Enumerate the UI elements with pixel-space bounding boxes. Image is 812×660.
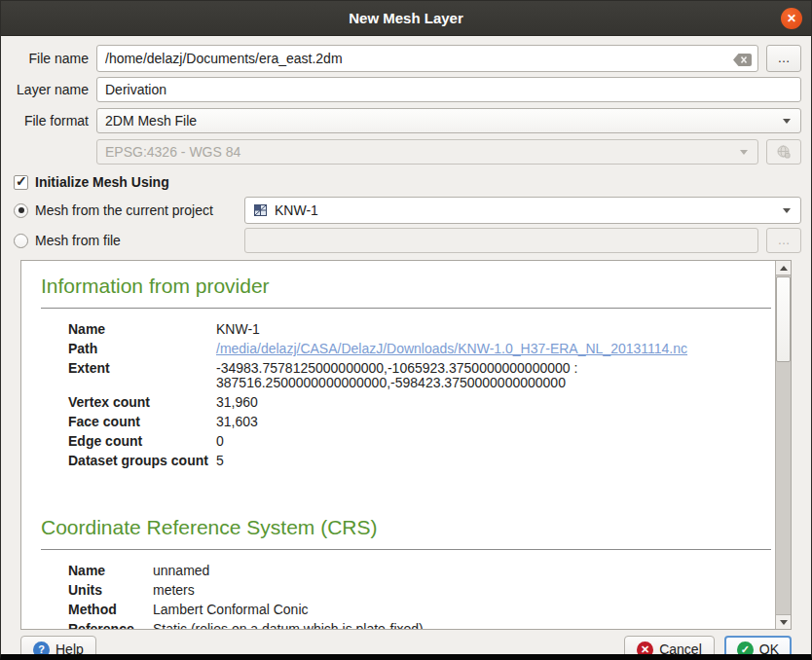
initialize-mesh-label: Initialize Mesh Using (35, 174, 169, 190)
dialog-body: File name … Layer name File format (1, 36, 811, 660)
table-row: Units meters (68, 583, 771, 598)
mesh-from-file-left: Mesh from file (11, 233, 244, 248)
file-format-combo[interactable]: 2DM Mesh File (96, 108, 801, 133)
path-link[interactable]: /media/delazj/CASA/DelazJ/Downloads/KNW-… (216, 342, 687, 356)
crs-select-button (766, 139, 801, 165)
table-row: Extent -34983.7578125000000000,-1065923.… (68, 361, 771, 390)
mesh-file-input (244, 228, 758, 253)
file-name-row: File name … (11, 45, 801, 72)
table-row: Face count 31,603 (68, 415, 771, 429)
crs-combo: EPSG:4326 - WGS 84 (96, 139, 758, 165)
ok-button[interactable]: ✓ OK (724, 636, 792, 660)
table-row: Reference Static (relies on a datum whic… (68, 622, 771, 629)
ok-button-label: OK (759, 642, 779, 657)
scrollbar-thumb[interactable] (776, 276, 791, 362)
row-label: Name (68, 564, 153, 578)
ok-icon: ✓ (737, 642, 754, 658)
help-button-label: Help (55, 642, 84, 657)
table-row: Vertex count 31,960 (68, 395, 771, 410)
mesh-from-file-radio[interactable] (14, 234, 28, 248)
crs-info-table: Name unnamed Units meters Method Lambert… (68, 564, 771, 629)
new-mesh-layer-dialog: New Mesh Layer ✕ File name … Layer name (0, 0, 812, 660)
cancel-button[interactable]: ✕ Cancel (624, 636, 715, 660)
row-label: Extent (68, 361, 216, 390)
row-label: Face count (68, 415, 216, 429)
file-format-label: File format (11, 113, 89, 128)
layer-name-input-wrap (96, 77, 801, 102)
file-format-value: 2DM Mesh File (105, 113, 777, 128)
table-row: Name unnamed (68, 564, 771, 578)
file-name-input-wrap (96, 45, 758, 72)
table-row: Method Lambert Conformal Conic (68, 603, 771, 617)
row-label: Units (68, 583, 153, 598)
file-format-row: File format 2DM Mesh File (11, 108, 801, 133)
row-label: Path (68, 342, 216, 356)
initialize-mesh-row: ✓ Initialize Mesh Using (14, 173, 801, 191)
mesh-from-file-row: Mesh from file … (11, 228, 801, 253)
cancel-icon: ✕ (637, 642, 653, 658)
mesh-layer-icon (253, 202, 269, 218)
section-divider (41, 308, 771, 309)
globe-icon (776, 144, 792, 160)
row-value: 5 (216, 454, 224, 468)
layer-name-row: Layer name (11, 77, 801, 102)
row-value: 0 (216, 434, 224, 449)
row-value: -34983.7578125000000000,-1065923.3750000… (216, 361, 761, 390)
file-name-label: File name (11, 51, 89, 66)
chevron-down-icon (783, 119, 791, 124)
row-label: Name (68, 322, 216, 337)
section-gap (41, 473, 771, 510)
mesh-file-browse-button: … (766, 228, 801, 253)
row-label: Reference (68, 622, 153, 629)
initialize-mesh-checkbox[interactable]: ✓ (14, 175, 28, 190)
row-label: Method (68, 603, 153, 617)
chevron-down-icon (783, 208, 791, 213)
window-title: New Mesh Layer (349, 10, 463, 26)
cancel-button-label: Cancel (659, 642, 702, 657)
row-label: Vertex count (68, 395, 216, 410)
file-name-input[interactable] (96, 45, 758, 72)
row-value: 31,603 (216, 415, 258, 429)
scroll-down-button[interactable] (776, 614, 791, 629)
row-value: KNW-1 (216, 322, 260, 337)
mesh-from-file-label: Mesh from file (35, 233, 121, 248)
close-button[interactable]: ✕ (781, 8, 802, 29)
row-label: Dataset groups count (68, 454, 216, 468)
clear-text-icon[interactable] (733, 53, 752, 70)
mesh-from-project-row: Mesh from the current project KNW-1 (11, 197, 801, 224)
chevron-down-icon (740, 150, 748, 155)
mesh-from-project-left: Mesh from the current project (11, 202, 244, 218)
crs-row: EPSG:4326 - WGS 84 (11, 139, 801, 165)
help-icon: ? (33, 642, 50, 658)
provider-section-title: Information from provider (41, 275, 771, 298)
row-value: meters (153, 583, 195, 598)
titlebar: New Mesh Layer ✕ (1, 1, 811, 36)
crs-section-title: Coordinate Reference System (CRS) (41, 516, 771, 539)
file-browse-button[interactable]: … (766, 45, 801, 72)
vertical-scrollbar[interactable] (775, 261, 791, 629)
layer-name-label: Layer name (11, 82, 89, 97)
section-divider (41, 549, 771, 550)
row-value: Lambert Conformal Conic (153, 603, 309, 617)
triangle-up-icon (780, 266, 788, 271)
row-value: Static (relies on a datum which is plate… (153, 622, 424, 629)
close-icon: ✕ (787, 13, 796, 24)
row-label: Edge count (68, 434, 216, 449)
checkmark-icon: ✓ (16, 173, 27, 189)
mesh-from-project-radio[interactable] (14, 203, 28, 218)
table-row: Dataset groups count 5 (68, 454, 771, 468)
mesh-file-input-wrap (244, 228, 758, 253)
provider-info-table: Name KNW-1 Path /media/delazj/CASA/Delaz… (68, 322, 771, 468)
row-value: 31,960 (216, 395, 258, 410)
triangle-down-icon (780, 620, 788, 625)
row-value: unnamed (153, 564, 209, 578)
project-mesh-combo[interactable]: KNW-1 (244, 197, 801, 224)
mesh-from-project-label: Mesh from the current project (35, 202, 213, 218)
scroll-up-button[interactable] (776, 261, 791, 275)
project-mesh-value: KNW-1 (275, 202, 777, 218)
crs-value: EPSG:4326 - WGS 84 (105, 144, 734, 160)
button-box: ? Help ✕ Cancel ✓ OK (11, 630, 801, 660)
layer-name-input[interactable] (96, 77, 801, 102)
table-row: Name KNW-1 (68, 322, 771, 337)
help-button[interactable]: ? Help (20, 636, 96, 660)
